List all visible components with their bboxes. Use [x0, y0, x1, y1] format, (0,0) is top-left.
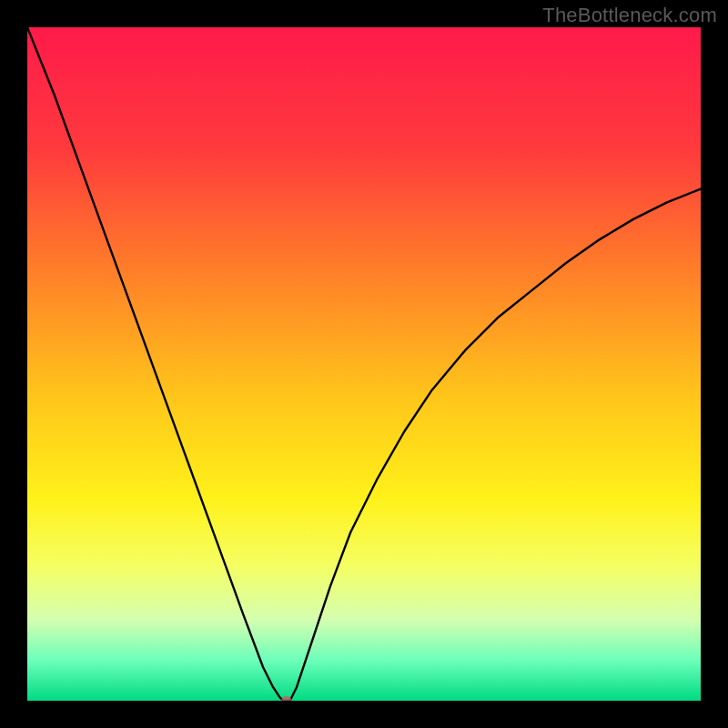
gradient-background [27, 27, 701, 701]
chart-svg [27, 27, 701, 701]
chart-frame: TheBottleneck.com [0, 0, 728, 728]
plot-area [27, 27, 701, 701]
watermark-text: TheBottleneck.com [542, 4, 717, 27]
